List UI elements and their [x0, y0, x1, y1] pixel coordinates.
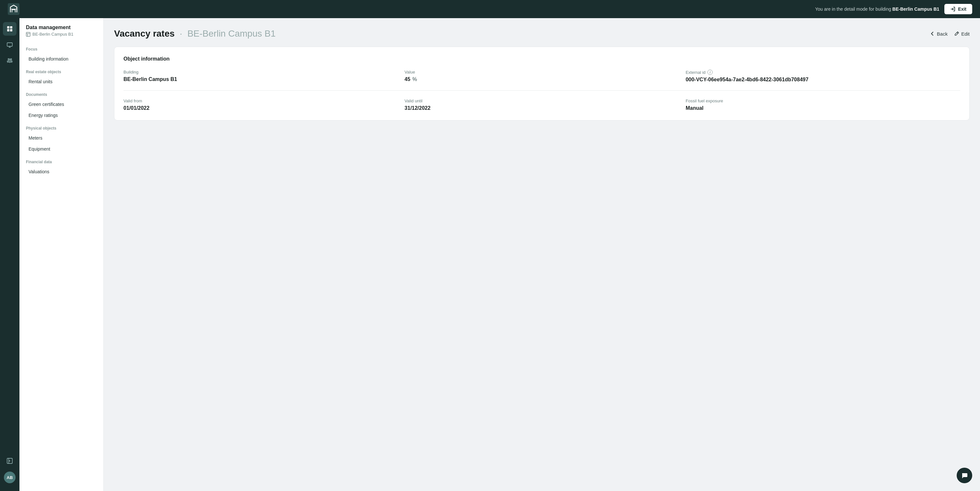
sidebar-item-valuations[interactable]: Valuations	[19, 166, 103, 177]
sidebar-item-rental-units[interactable]: Rental units	[19, 76, 103, 87]
nav-section-physical-objects: Physical objects	[19, 121, 103, 132]
nav-section-focus: Focus	[19, 42, 103, 54]
field-valid-until: Valid until 31/12/2022	[404, 99, 679, 111]
info-icon: i	[708, 70, 713, 75]
sidebar-item-meters[interactable]: Meters	[19, 132, 103, 143]
value-display: 45 %	[404, 76, 679, 82]
svg-rect-14	[26, 32, 30, 36]
chat-bubble-button[interactable]	[957, 468, 972, 483]
valid-from-label: Valid from	[124, 99, 398, 103]
back-arrow-icon	[930, 31, 935, 36]
exit-label: Exit	[958, 6, 966, 12]
value-unit: %	[412, 76, 417, 82]
nav-sidebar: Data management BE-Berlin Campus B1 Focu…	[19, 18, 104, 491]
value-label: Value	[404, 70, 679, 75]
user-avatar[interactable]: AB	[4, 472, 16, 483]
info-grid-row1: Building BE-Berlin Campus B1 Value 45 % …	[124, 70, 960, 83]
building-icon	[26, 32, 30, 37]
field-valid-from: Valid from 01/01/2022	[124, 99, 398, 111]
building-value: BE-Berlin Campus B1	[124, 76, 398, 82]
sidebar-item-building-information[interactable]: Building information	[19, 54, 103, 64]
page-title: Vacancy rates · BE-Berlin Campus B1	[114, 29, 276, 38]
object-info-title: Object information	[124, 56, 960, 62]
svg-rect-10	[8, 59, 10, 60]
field-fossil-fuel: Fossil fuel exposure Manual	[686, 99, 960, 111]
building-name-highlight: BE-Berlin Campus B1	[892, 6, 940, 12]
topbar: You are in the detail mode for building …	[0, 0, 980, 18]
sidebar-item-energy-ratings[interactable]: Energy ratings	[19, 110, 103, 121]
sidebar-icon-collapse[interactable]	[3, 454, 16, 468]
valid-until-value: 31/12/2022	[404, 105, 679, 111]
svg-rect-3	[7, 26, 10, 29]
title-separator: ·	[180, 29, 183, 38]
external-id-label: External id i	[686, 70, 960, 75]
svg-rect-7	[7, 43, 12, 46]
detail-mode-message: You are in the detail mode for building …	[815, 6, 939, 12]
sidebar-item-equipment[interactable]: Equipment	[19, 143, 103, 154]
sidebar-item-green-certificates[interactable]: Green certificates	[19, 99, 103, 110]
svg-rect-5	[7, 29, 10, 32]
edit-pencil-icon	[954, 31, 959, 36]
exit-icon	[950, 6, 955, 12]
valid-from-value: 01/01/2022	[124, 105, 398, 111]
svg-rect-4	[10, 26, 12, 29]
back-button[interactable]: Back	[930, 31, 948, 37]
nav-section-real-estate: Real estate objects	[19, 64, 103, 76]
chat-icon	[961, 472, 968, 479]
page-actions: Back Edit	[930, 31, 970, 37]
nav-sidebar-subtitle: BE-Berlin Campus B1	[26, 32, 97, 37]
field-building: Building BE-Berlin Campus B1	[124, 70, 398, 83]
edit-button[interactable]: Edit	[954, 31, 970, 37]
content-area: Vacancy rates · BE-Berlin Campus B1 Back	[104, 18, 980, 491]
nav-sidebar-title: Data management	[26, 25, 97, 30]
sidebar-icon-monitor[interactable]	[3, 38, 16, 52]
page-header: Vacancy rates · BE-Berlin Campus B1 Back	[114, 29, 970, 39]
external-id-value: 000-VCY-06ee954a-7ae2-4bd6-8422-3061db70…	[686, 77, 960, 83]
field-external-id: External id i 000-VCY-06ee954a-7ae2-4bd6…	[686, 70, 960, 83]
nav-section-financial-data: Financial data	[19, 154, 103, 166]
app-logo-icon	[8, 3, 19, 15]
valid-until-label: Valid until	[404, 99, 679, 103]
sidebar-bottom: AB	[3, 454, 16, 487]
svg-point-11	[10, 59, 12, 60]
object-info-card: Object information Building BE-Berlin Ca…	[114, 47, 970, 121]
icon-sidebar: AB	[0, 18, 19, 491]
building-label: Building	[124, 70, 398, 75]
nav-section-documents: Documents	[19, 87, 103, 99]
sidebar-icon-layers[interactable]	[3, 54, 16, 68]
sidebar-icon-table[interactable]	[3, 22, 16, 36]
page-subtitle: BE-Berlin Campus B1	[187, 29, 275, 38]
topbar-right: You are in the detail mode for building …	[815, 4, 972, 14]
svg-rect-6	[10, 29, 12, 32]
svg-line-17	[957, 32, 958, 33]
nav-sidebar-header: Data management BE-Berlin Campus B1	[19, 25, 103, 42]
fossil-fuel-label: Fossil fuel exposure	[686, 99, 960, 103]
logo-area	[8, 3, 19, 15]
fossil-fuel-value: Manual	[686, 105, 960, 111]
page-title-area: Vacancy rates · BE-Berlin Campus B1	[114, 29, 276, 39]
info-grid-row2: Valid from 01/01/2022 Valid until 31/12/…	[124, 99, 960, 111]
exit-button[interactable]: Exit	[944, 4, 972, 14]
field-value: Value 45 %	[404, 70, 679, 83]
